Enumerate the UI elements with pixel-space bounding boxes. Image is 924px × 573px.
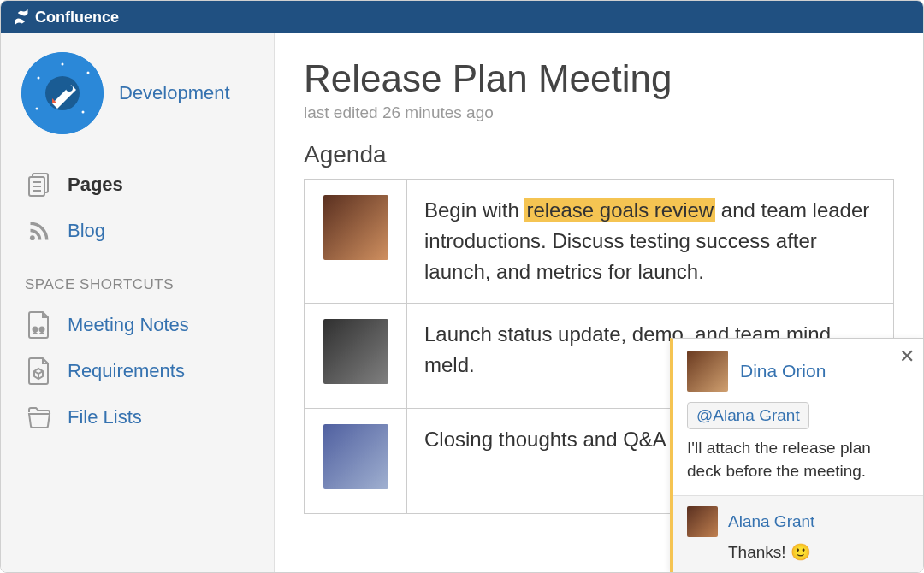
sidebar-shortcut-file-lists[interactable]: File Lists	[21, 394, 253, 440]
comment-avatar	[687, 351, 728, 392]
comment-header: Dina Orion	[687, 351, 909, 392]
space-header[interactable]: Development	[21, 52, 253, 134]
user-avatar	[323, 195, 388, 260]
agenda-heading: Agenda	[304, 141, 894, 168]
reply-body: Thanks! 🙂	[687, 542, 909, 562]
user-avatar	[323, 319, 388, 384]
svg-point-4	[36, 108, 38, 110]
reply-block: Alana Grant Thanks! 🙂	[673, 495, 923, 572]
nav-label: Pages	[68, 174, 123, 196]
table-row: Begin with release goals review and team…	[305, 180, 894, 304]
shortcuts-header: SPACE SHORTCUTS	[25, 276, 253, 293]
confluence-icon	[13, 9, 30, 26]
reply-avatar	[687, 506, 718, 537]
shortcut-label: Requirements	[68, 360, 185, 382]
svg-point-3	[82, 111, 85, 114]
svg-point-7	[66, 85, 73, 92]
file-lists-icon	[25, 403, 54, 432]
row-avatar-cell	[305, 409, 407, 514]
space-avatar-icon	[21, 52, 104, 134]
row-text-cell: Begin with release goals review and team…	[407, 180, 894, 304]
app-logo: Confluence	[13, 9, 119, 27]
user-avatar	[323, 424, 388, 489]
app-window: Confluence	[0, 0, 924, 573]
svg-point-5	[62, 63, 64, 66]
shortcut-label: File Lists	[68, 406, 142, 428]
sidebar-shortcut-meeting-notes[interactable]: Meeting Notes	[21, 302, 253, 348]
comment-block: Dina Orion @Alana Grant I'll attach the …	[673, 339, 923, 495]
nav-label: Blog	[68, 220, 105, 242]
comment-author[interactable]: Dina Orion	[740, 361, 826, 381]
requirements-icon	[25, 357, 54, 386]
titlebar: Confluence	[1, 1, 923, 33]
row-avatar-cell	[305, 180, 407, 304]
sidebar-item-blog[interactable]: Blog	[21, 208, 253, 254]
reply-author[interactable]: Alana Grant	[728, 512, 814, 531]
sidebar-shortcut-requirements[interactable]: Requirements	[21, 348, 253, 394]
row-text-before: Begin with	[424, 198, 524, 222]
svg-point-13	[30, 235, 35, 240]
svg-point-15	[40, 328, 44, 332]
shortcut-label: Meeting Notes	[68, 314, 189, 336]
sidebar-item-pages[interactable]: Pages	[21, 162, 253, 208]
comment-body: I'll attach the release plan deck before…	[687, 436, 909, 483]
row-avatar-cell	[305, 304, 407, 409]
body: Development Pages	[1, 33, 923, 572]
reply-header: Alana Grant	[687, 506, 909, 537]
rss-icon	[25, 216, 54, 245]
pages-icon	[25, 170, 54, 199]
meeting-notes-icon	[25, 310, 54, 340]
svg-point-2	[87, 72, 90, 74]
close-icon[interactable]: ✕	[899, 346, 915, 368]
main-content: Release Plan Meeting last edited 26 minu…	[275, 33, 923, 572]
highlighted-text[interactable]: release goals review	[524, 198, 715, 222]
space-title[interactable]: Development	[119, 82, 230, 104]
svg-point-1	[38, 77, 40, 80]
page-meta: last edited 26 minutes ago	[304, 103, 894, 122]
app-name: Confluence	[35, 9, 119, 27]
svg-point-14	[33, 328, 38, 332]
mention-chip[interactable]: @Alana Grant	[687, 402, 809, 429]
inline-comment-popup: ✕ Dina Orion @Alana Grant I'll attach th…	[670, 338, 923, 572]
sidebar: Development Pages	[1, 33, 275, 572]
page-title: Release Plan Meeting	[304, 57, 894, 100]
